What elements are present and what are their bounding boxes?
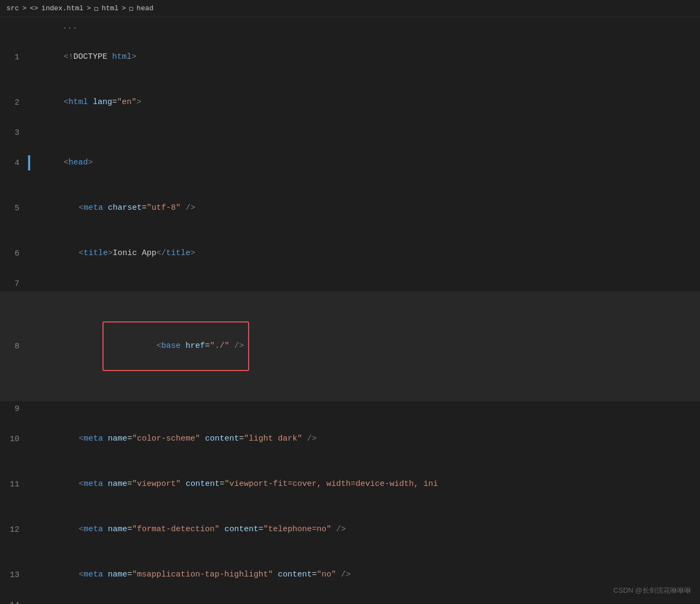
code-line-13: 13 <meta name="msapplication-tap-highlig… (0, 552, 700, 598)
line-ellipsis: ... (0, 19, 700, 35)
code-line-14: 14 (0, 598, 700, 604)
code-editor: ... 1 <!DOCTYPE html> 2 <html lang="en">… (0, 17, 700, 604)
code-line-9: 9 (0, 401, 700, 416)
breadcrumb-sep-2: > (87, 4, 91, 12)
code-line-11: 11 <meta name="viewport" content="viewpo… (0, 462, 700, 507)
code-line-8: 8 <base href="./" /> (0, 291, 700, 401)
ellipsis-text: ... (30, 20, 700, 33)
breadcrumb-sep-3: > (122, 4, 126, 12)
code-line-4: 4 <head> (0, 140, 700, 186)
breadcrumb-html-node-icon: ◻ (94, 4, 99, 13)
breadcrumb: src > <> index.html > ◻ html > ◻ head (0, 0, 700, 17)
code-line-1: 1 <!DOCTYPE html> (0, 35, 700, 80)
breadcrumb-sep-1: > (22, 4, 26, 12)
breadcrumb-html-icon: <> (30, 4, 38, 12)
code-line-10: 10 <meta name="color-scheme" content="li… (0, 416, 700, 462)
watermark: CSDN @长剑浣花咻咻咻 (613, 586, 691, 595)
code-line-7: 7 (0, 276, 700, 291)
breadcrumb-src[interactable]: src (6, 4, 19, 12)
code-line-5: 5 <meta charset="utf-8" /> (0, 186, 700, 231)
code-line-6: 6 <title>Ionic App</title> (0, 231, 700, 276)
code-line-3: 3 (0, 125, 700, 140)
breadcrumb-head[interactable]: head (136, 4, 153, 12)
breadcrumb-head-icon: ◻ (129, 4, 134, 13)
code-line-12: 12 <meta name="format-detection" content… (0, 507, 700, 552)
code-line-2: 2 <html lang="en"> (0, 80, 700, 125)
breadcrumb-index-html[interactable]: index.html (42, 4, 84, 12)
breadcrumb-html[interactable]: html (101, 4, 118, 12)
